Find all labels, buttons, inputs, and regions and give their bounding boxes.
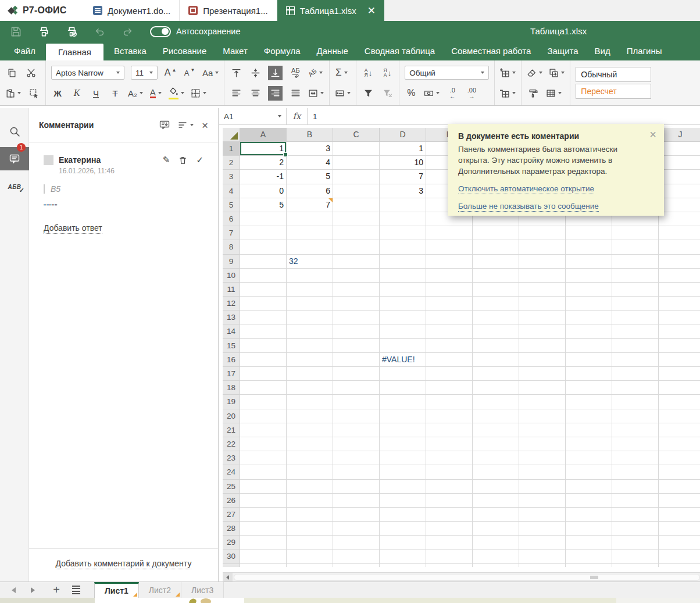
font-name-select[interactable]: Aptos Narrow (51, 66, 124, 80)
cell-E21[interactable] (426, 423, 473, 437)
cell-B28[interactable] (287, 522, 333, 536)
cell-A24[interactable] (240, 465, 287, 479)
cell-J31[interactable] (659, 564, 700, 567)
cell-A27[interactable] (240, 508, 287, 522)
cell-B23[interactable] (287, 451, 333, 465)
cell-D28[interactable] (380, 522, 426, 536)
cell-G8[interactable] (519, 240, 566, 254)
align-top-button[interactable] (230, 66, 242, 80)
cell-C7[interactable] (333, 226, 380, 240)
scrollbar-track[interactable] (234, 574, 700, 581)
cell-E29[interactable] (426, 536, 473, 550)
name-box-chevron-icon[interactable] (278, 115, 281, 117)
cell-E18[interactable] (426, 381, 473, 395)
cell-F10[interactable] (473, 269, 519, 283)
cell-C22[interactable] (333, 437, 380, 451)
cell-F11[interactable] (473, 283, 519, 297)
row-header-28[interactable]: 28 (223, 522, 240, 536)
cell-H16[interactable] (566, 353, 612, 367)
cell-B10[interactable] (287, 269, 333, 283)
cell-J28[interactable] (659, 522, 700, 536)
cell-F22[interactable] (473, 437, 519, 451)
cell-H21[interactable] (566, 423, 612, 437)
search-button[interactable] (0, 121, 29, 142)
cell-J13[interactable] (659, 311, 700, 324)
cell-B18[interactable] (287, 381, 333, 395)
print-button[interactable] (36, 24, 51, 39)
column-header-A[interactable]: A (240, 128, 287, 142)
cell-B4[interactable]: 6 (287, 184, 333, 198)
cell-B24[interactable] (287, 465, 333, 479)
cell-F24[interactable] (473, 465, 519, 479)
cell-D14[interactable] (380, 324, 426, 338)
cell-C3[interactable] (333, 170, 380, 184)
menu-tab-1[interactable]: Главная (46, 44, 103, 60)
cell-F7[interactable] (473, 226, 519, 240)
cell-C6[interactable] (333, 212, 380, 226)
cell-F15[interactable] (473, 339, 519, 353)
resolve-comment-button[interactable]: ✓ (196, 155, 203, 165)
cell-C27[interactable] (333, 508, 380, 522)
doc-tab-presentation1[interactable]: Презентация1... (180, 0, 277, 21)
cell-D2[interactable]: 10 (380, 156, 426, 170)
cell-B13[interactable] (287, 311, 333, 324)
cell-F16[interactable] (473, 353, 519, 367)
cell-A9[interactable] (240, 255, 287, 269)
row-header-19[interactable]: 19 (223, 395, 240, 409)
cell-D1[interactable]: 1 (380, 142, 426, 156)
cell-F26[interactable] (473, 494, 519, 508)
horizontal-scrollbar[interactable] (223, 572, 700, 581)
row-header-24[interactable]: 24 (223, 465, 240, 479)
row-header-8[interactable]: 8 (223, 240, 240, 254)
cell-A26[interactable] (240, 494, 287, 508)
cut-button[interactable] (24, 66, 37, 80)
cell-J7[interactable] (659, 226, 700, 240)
cell-F28[interactable] (473, 522, 519, 536)
cell-B3[interactable]: 5 (287, 170, 333, 184)
cell-E7[interactable] (426, 226, 473, 240)
cell-J14[interactable] (659, 324, 700, 338)
cell-I15[interactable] (612, 339, 659, 353)
cell-H31[interactable] (566, 564, 612, 567)
cell-I18[interactable] (612, 381, 659, 395)
cell-F18[interactable] (473, 381, 519, 395)
name-box[interactable] (219, 108, 287, 124)
underline-button[interactable]: Ч (90, 86, 102, 101)
cell-J6[interactable] (659, 212, 700, 226)
cell-D27[interactable] (380, 508, 426, 522)
row-header-22[interactable]: 22 (223, 437, 240, 451)
subscript-button[interactable]: A₂ (128, 86, 143, 101)
cell-J4[interactable] (659, 184, 700, 198)
cell-H7[interactable] (566, 226, 612, 240)
cell-G23[interactable] (519, 451, 566, 465)
cell-C19[interactable] (333, 395, 380, 409)
cell-J11[interactable] (659, 283, 700, 297)
cell-A19[interactable] (240, 395, 287, 409)
cell-A6[interactable] (240, 212, 287, 226)
cell-F17[interactable] (473, 367, 519, 381)
orientation-button[interactable]: АБ (308, 66, 323, 80)
menu-tab-10[interactable]: Вид (587, 42, 619, 60)
cell-C13[interactable] (333, 311, 380, 324)
sort-comments-button[interactable] (178, 120, 194, 130)
cell-B21[interactable] (287, 423, 333, 437)
cell-C16[interactable] (333, 353, 380, 367)
add-reply-link[interactable]: Добавить ответ (44, 223, 102, 234)
paste-button[interactable] (5, 86, 21, 101)
row-header-30[interactable]: 30 (223, 550, 240, 563)
cell-C4[interactable] (333, 184, 380, 198)
next-sheet-button[interactable] (31, 587, 35, 593)
cell-I13[interactable] (612, 311, 659, 324)
cell-J18[interactable] (659, 381, 700, 395)
cell-H15[interactable] (566, 339, 612, 353)
cell-D13[interactable] (380, 311, 426, 324)
percent-style-button[interactable]: % (405, 86, 417, 101)
cell-H19[interactable] (566, 395, 612, 409)
cell-F19[interactable] (473, 395, 519, 409)
cell-F27[interactable] (473, 508, 519, 522)
cell-J21[interactable] (659, 423, 700, 437)
change-case-button[interactable]: Aa (202, 66, 219, 80)
cell-E26[interactable] (426, 494, 473, 508)
cell-G17[interactable] (519, 367, 566, 381)
cell-D21[interactable] (380, 423, 426, 437)
